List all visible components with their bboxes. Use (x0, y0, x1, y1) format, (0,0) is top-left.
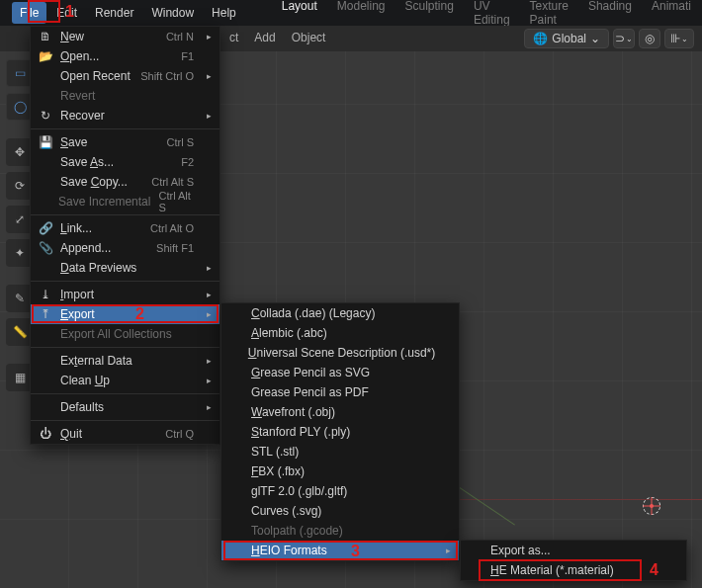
export-menu-item[interactable]: FBX (.fbx) (221, 462, 459, 481)
file-menu-label: Quit (60, 427, 157, 441)
extra-toggle[interactable]: ⊪⌄ (664, 29, 694, 48)
export-menu-item[interactable]: Universal Scene Description (.usd*) (221, 343, 459, 363)
proportional-toggle[interactable]: ◎ (639, 29, 660, 48)
export-menu-panel: Collada (.dae) (Legacy)Alembic (.abc)Uni… (220, 302, 460, 561)
toolbar-object[interactable]: Object (292, 31, 326, 44)
file-menu-item[interactable]: 💾SaveCtrl S (31, 132, 219, 152)
file-menu-label: Open Recent (60, 69, 132, 83)
orientation-dropdown[interactable]: 🌐 Global ⌄ (524, 29, 609, 48)
file-menu-item[interactable]: Data Previews▸ (31, 258, 219, 278)
cursor-3d (640, 494, 663, 518)
file-menu-item[interactable]: ⤒Export▸ (31, 304, 219, 324)
snap-toggle[interactable]: ⊃⌄ (613, 29, 635, 48)
export-menu-item[interactable]: STL (.stl) (221, 442, 459, 462)
file-menu-item: Export All Collections (31, 324, 219, 344)
magnet-icon: ⊃ (615, 32, 625, 45)
shortcut-label: F1 (181, 50, 194, 62)
shortcut-label: F2 (181, 156, 194, 168)
file-menu-label: Recover (60, 109, 194, 123)
chevron-down-icon: ⌄ (590, 32, 600, 45)
toolbar-add[interactable]: Add (254, 31, 275, 44)
export-menu-label: FBX (.fbx) (251, 464, 433, 478)
bars-icon: ⊪ (670, 32, 680, 45)
heio-menu-item[interactable]: Export as... (461, 541, 686, 560)
export-menu-label: Universal Scene Description (.usd*) (248, 346, 435, 360)
link-icon: 🔗 (39, 221, 52, 235)
shortcut-label: Ctrl Alt O (150, 222, 194, 234)
file-menu-separator (31, 281, 219, 282)
file-menu-label: Import (60, 288, 194, 301)
file-menu-item[interactable]: ⤓Import▸ (31, 285, 219, 304)
menu-help[interactable]: Help (204, 2, 244, 24)
file-menu-item[interactable]: Save As...F2 (31, 152, 219, 172)
file-menu-separator (31, 347, 219, 348)
export-menu-item[interactable]: Grease Pencil as SVG (221, 363, 459, 382)
file-menu-item[interactable]: ↻Recover▸ (31, 106, 219, 126)
heio-menu-item[interactable]: HE Material (*.material) (461, 560, 686, 580)
file-icon: 🗎 (39, 30, 52, 43)
file-menu-item[interactable]: 🗎NewCtrl N▸ (31, 27, 219, 46)
menubar: File Edit Render Window Help Layout Mode… (0, 0, 702, 26)
export-menu-item[interactable]: Wavefront (.obj) (221, 402, 459, 422)
shortcut-label: Ctrl Alt S (151, 176, 194, 188)
file-menu-label: Export All Collections (60, 327, 194, 341)
file-menu-item[interactable]: Save Copy...Ctrl Alt S (31, 172, 219, 192)
export-menu-item: Toolpath (.gcode) (221, 521, 459, 541)
file-menu-label: Save Copy... (60, 175, 143, 189)
shortcut-label: Shift F1 (156, 242, 194, 254)
file-menu-item: Revert (31, 86, 219, 106)
file-menu-separator (31, 420, 219, 421)
file-menu-item[interactable]: Defaults▸ (31, 397, 219, 417)
chevron-down-icon: ⌄ (626, 35, 633, 43)
file-menu-separator (31, 214, 219, 215)
shortcut-label: Ctrl Q (165, 428, 194, 440)
heio-menu-panel: Export as...HE Material (*.material) (460, 540, 687, 581)
file-menu-item[interactable]: ⏻QuitCtrl Q (31, 424, 219, 444)
export-menu-item[interactable]: Collada (.dae) (Legacy) (221, 303, 459, 323)
menu-render[interactable]: Render (87, 2, 141, 24)
chevron-right-icon: ▸ (441, 546, 451, 555)
heio-menu-label: Export as... (490, 544, 660, 557)
file-menu-item[interactable]: Open RecentShift Ctrl O▸ (31, 66, 219, 86)
file-menu-item[interactable]: 📂Open...F1 (31, 46, 219, 66)
menu-edit[interactable]: Edit (48, 2, 85, 24)
chevron-right-icon: ▸ (202, 376, 212, 385)
overlap-icon: ◎ (645, 32, 655, 45)
file-menu-separator (31, 393, 219, 394)
export-menu-item[interactable]: Curves (.svg) (221, 501, 459, 521)
axis-x-line (455, 499, 702, 500)
chevron-down-icon: ⌄ (681, 35, 688, 43)
file-menu-item[interactable]: 🔗Link...Ctrl Alt O (31, 218, 219, 238)
file-menu-separator (31, 128, 219, 129)
file-menu-label: Link... (60, 221, 142, 235)
file-menu-label: Save Incremental (58, 195, 150, 209)
file-menu-label: New (60, 30, 158, 43)
file-menu-label: Revert (60, 89, 194, 103)
file-menu-label: Clean Up (60, 374, 194, 387)
chevron-right-icon: ▸ (202, 309, 212, 319)
export-menu-label: STL (.stl) (251, 445, 433, 459)
chevron-right-icon: ▸ (202, 290, 212, 299)
chevron-right-icon: ▸ (202, 402, 212, 412)
export-menu-item[interactable]: HEIO Formats▸ (221, 541, 459, 560)
export-menu-item[interactable]: Alembic (.abc) (221, 323, 459, 343)
chevron-right-icon: ▸ (202, 111, 212, 121)
export-menu-label: Stanford PLY (.ply) (251, 425, 433, 439)
import-icon: ⤓ (39, 288, 52, 301)
menu-window[interactable]: Window (143, 2, 202, 24)
orientation-label: Global (552, 32, 586, 45)
export-menu-item[interactable]: Grease Pencil as PDF (221, 382, 459, 402)
file-menu-item[interactable]: Clean Up▸ (31, 371, 219, 390)
export-menu-item[interactable]: Stanford PLY (.ply) (221, 422, 459, 442)
heio-menu-label: HE Material (*.material) (490, 563, 660, 577)
export-menu-item[interactable]: glTF 2.0 (.glb/.gltf) (221, 481, 459, 501)
file-menu-item[interactable]: 📎Append...Shift F1 (31, 238, 219, 258)
export-menu-label: Curves (.svg) (251, 504, 433, 518)
file-menu-label: Save (60, 135, 159, 149)
menu-file[interactable]: File (12, 2, 46, 24)
disk-icon: 💾 (39, 135, 52, 149)
export-menu-label: Grease Pencil as PDF (251, 385, 433, 399)
file-menu-label: Open... (60, 49, 173, 63)
file-menu-item[interactable]: External Data▸ (31, 351, 219, 371)
append-icon: 📎 (39, 241, 52, 255)
